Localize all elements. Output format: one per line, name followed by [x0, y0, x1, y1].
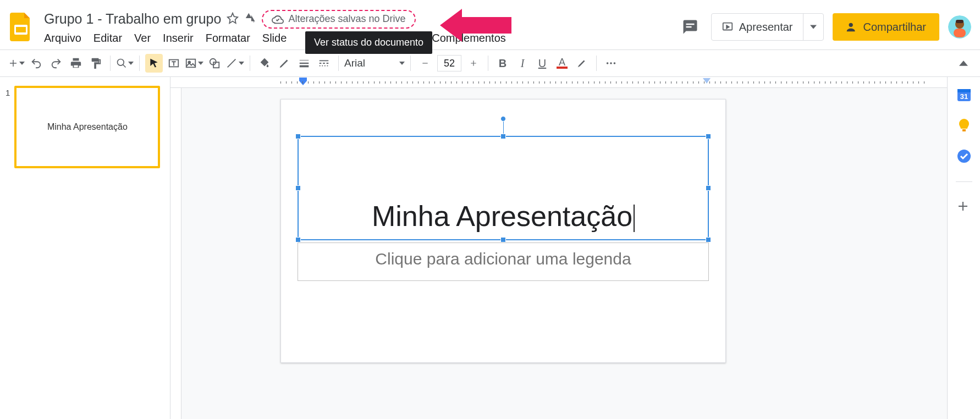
highlight-button[interactable] [573, 54, 591, 73]
rotate-handle[interactable] [500, 116, 506, 122]
svg-rect-9 [954, 29, 966, 37]
textbox-icon [168, 57, 180, 69]
thumbnail-title: Minha Apresentação [47, 122, 128, 132]
shape-button[interactable] [206, 54, 223, 73]
resize-handle-br[interactable] [706, 237, 711, 242]
print-button[interactable] [67, 54, 85, 73]
svg-rect-10 [956, 20, 964, 23]
border-weight-icon [298, 57, 310, 69]
menu-edit[interactable]: Editar [93, 32, 122, 45]
font-family-select[interactable]: Arial [344, 57, 405, 69]
resize-handle-tl[interactable] [295, 134, 301, 139]
star-icon[interactable] [227, 12, 239, 26]
keep-icon[interactable] [956, 118, 972, 133]
minus-icon [421, 59, 429, 67]
tasks-icon[interactable] [956, 148, 972, 164]
ruler-indent-marker[interactable] [298, 78, 308, 89]
resize-handle-tr[interactable] [706, 134, 711, 139]
select-tool-button[interactable] [145, 54, 163, 73]
slide-thumbnail-panel: 1 Minha Apresentação [0, 77, 170, 419]
present-label: Apresentar [739, 21, 793, 34]
svg-rect-4 [686, 26, 691, 28]
bold-button[interactable]: B [494, 54, 511, 73]
resize-handle-tm[interactable] [500, 134, 506, 139]
more-button[interactable] [602, 54, 620, 73]
image-button[interactable] [185, 54, 203, 73]
cloud-check-icon [272, 13, 284, 25]
slide-thumbnail-1[interactable]: Minha Apresentação [14, 86, 160, 168]
svg-rect-11 [74, 65, 78, 68]
italic-button[interactable]: I [514, 54, 531, 73]
move-to-drive-icon[interactable]: + [244, 12, 256, 26]
underline-button[interactable]: U [533, 54, 551, 73]
paint-bucket-icon [258, 57, 271, 69]
font-size-decrease[interactable] [416, 54, 434, 73]
caret-down-icon [239, 60, 244, 66]
print-icon [70, 57, 82, 69]
vertical-ruler[interactable] [170, 88, 181, 419]
highlighter-icon [576, 57, 588, 69]
menu-view[interactable]: Ver [134, 32, 151, 45]
border-weight-button[interactable] [295, 54, 313, 73]
subtitle-placeholder: Clique para adicionar uma legenda [375, 250, 631, 268]
svg-rect-1 [16, 27, 26, 32]
add-addon-icon[interactable] [956, 200, 972, 215]
save-status-pill[interactable]: Alterações salvas no Drive [262, 10, 415, 29]
slide-editor[interactable]: Minha Apresentação Clique para adicionar… [280, 99, 726, 363]
svg-point-6 [849, 23, 852, 27]
present-icon [722, 21, 734, 33]
menu-bar: Arquivo Editar Ver Inserir Formatar Slid… [44, 32, 506, 45]
line-button[interactable] [225, 54, 244, 73]
paint-format-button[interactable] [87, 54, 104, 73]
caret-down-icon [198, 60, 203, 66]
svg-point-13 [118, 59, 124, 66]
menu-format[interactable]: Formatar [206, 32, 250, 45]
undo-button[interactable] [27, 54, 45, 73]
account-avatar[interactable] [948, 15, 971, 38]
line-icon [225, 57, 238, 69]
resize-handle-ml[interactable] [295, 185, 301, 191]
subtitle-textbox[interactable]: Clique para adicionar uma legenda [298, 242, 709, 281]
zoom-button[interactable] [116, 54, 134, 73]
document-title[interactable]: Grupo 1 - Trabalho em grupo [44, 11, 221, 27]
caret-down-icon [19, 60, 25, 66]
shape-icon [208, 57, 221, 69]
share-button[interactable]: Compartilhar [833, 13, 939, 41]
horizontal-ruler[interactable] [170, 77, 947, 88]
title-textbox[interactable]: Minha Apresentação [298, 136, 709, 240]
slides-logo[interactable] [9, 12, 33, 42]
svg-rect-26 [962, 129, 966, 131]
border-color-button[interactable] [276, 54, 293, 73]
new-slide-button[interactable] [8, 54, 25, 73]
menu-insert[interactable]: Inserir [163, 32, 194, 45]
svg-rect-3 [686, 24, 694, 25]
image-icon [185, 57, 197, 69]
resize-handle-bm[interactable] [500, 237, 506, 242]
text-color-button[interactable]: A [553, 54, 571, 73]
svg-text:+: + [252, 19, 255, 24]
comment-history-button[interactable] [678, 15, 702, 39]
italic-icon: I [521, 57, 525, 70]
ruler-right-marker[interactable] [703, 78, 711, 88]
textbox-button[interactable] [165, 54, 183, 73]
menu-slide[interactable]: Slide [262, 32, 287, 45]
paint-roller-icon [90, 57, 102, 69]
undo-icon [30, 57, 42, 69]
fill-color-button[interactable] [256, 54, 273, 73]
present-button[interactable]: Apresentar [711, 13, 824, 41]
resize-handle-bl[interactable] [295, 237, 301, 242]
present-dropdown[interactable] [803, 14, 823, 40]
text-cursor [634, 205, 635, 232]
resize-handle-mr[interactable] [706, 185, 711, 191]
slide-canvas[interactable]: Minha Apresentação Clique para adicionar… [170, 77, 947, 419]
redo-button[interactable] [47, 54, 65, 73]
menu-file[interactable]: Arquivo [44, 32, 81, 45]
slide-title-text[interactable]: Minha Apresentação [372, 200, 632, 232]
collapse-toolbar-button[interactable] [955, 54, 972, 73]
border-dash-button[interactable] [315, 54, 333, 73]
calendar-icon[interactable]: 31 [956, 87, 972, 102]
cursor-icon [148, 58, 159, 69]
plus-icon [470, 59, 477, 67]
font-size-increase[interactable] [465, 54, 482, 73]
font-size-input[interactable]: 52 [437, 55, 461, 71]
